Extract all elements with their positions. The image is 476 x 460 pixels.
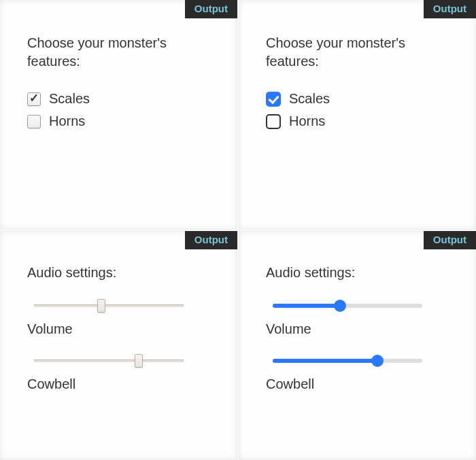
checkbox-scales[interactable] [266, 92, 281, 107]
checkbox-row-scales: Scales [27, 91, 210, 107]
slider-track [34, 359, 184, 362]
checkbox-horns[interactable] [266, 114, 281, 129]
slider-thumb[interactable] [371, 355, 384, 367]
output-tag: Output [424, 0, 476, 18]
checkbox-label-scales: Scales [49, 91, 90, 107]
checkbox-row-scales: Scales [266, 91, 449, 107]
checkbox-label-scales: Scales [289, 91, 330, 107]
output-tag: Output [424, 231, 476, 249]
slider-fill [273, 359, 377, 363]
slider-label-cowbell: Cowbell [27, 376, 210, 392]
slider-track [34, 304, 184, 307]
checkbox-scales[interactable] [27, 92, 41, 106]
checkbox-row-horns: Horns [27, 113, 210, 129]
slider-fill [273, 304, 340, 308]
slider-cowbell[interactable] [273, 353, 422, 368]
slider-label-cowbell: Cowbell [266, 376, 449, 392]
panel-monster-grey: Output Choose your monster's features: S… [0, 0, 237, 230]
panel-monster-blue: Output Choose your monster's features: S… [239, 0, 476, 230]
panel-audio-blue: Output Audio settings: Volume Cowbell [239, 231, 476, 461]
fieldset-legend: Choose your monster's features: [27, 34, 210, 71]
checkbox-label-horns: Horns [49, 113, 85, 129]
fieldset-legend: Audio settings: [266, 265, 449, 281]
slider-thumb[interactable] [97, 299, 105, 313]
slider-label-volume: Volume [27, 321, 210, 337]
slider-volume[interactable] [273, 298, 422, 313]
output-tag: Output [185, 231, 237, 249]
slider-thumb[interactable] [135, 354, 143, 368]
panel-audio-grey: Output Audio settings: Volume Cowbell [0, 231, 237, 461]
fieldset-legend: Choose your monster's features: [266, 34, 449, 71]
checkbox-label-horns: Horns [289, 113, 325, 129]
fieldset-legend: Audio settings: [27, 265, 210, 281]
slider-thumb[interactable] [334, 300, 346, 312]
slider-cowbell[interactable] [34, 353, 184, 368]
slider-label-volume: Volume [266, 321, 449, 337]
checkbox-horns[interactable] [27, 115, 41, 128]
slider-volume[interactable] [34, 298, 184, 313]
checkbox-row-horns: Horns [266, 113, 449, 129]
output-tag: Output [185, 0, 237, 18]
